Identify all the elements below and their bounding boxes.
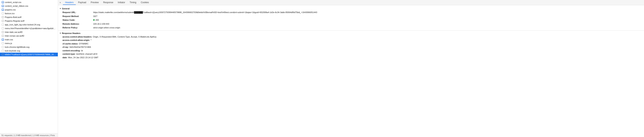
file-type-icon: f xyxy=(2,34,4,37)
divider xyxy=(58,30,644,31)
tab-response[interactable]: Response xyxy=(101,0,116,5)
file-type-icon xyxy=(2,23,4,26)
file-type-icon xyxy=(2,49,4,52)
svg-rect-12 xyxy=(2,27,4,29)
header-name: content-encoding: xyxy=(62,49,80,52)
svg-text:f: f xyxy=(2,31,3,33)
response-headers-section-header[interactable]: ▼ Response Headers xyxy=(58,31,644,35)
triangle-icon-2: ▼ xyxy=(60,32,61,34)
response-header-row: content-encoding:br xyxy=(58,49,644,52)
svg-rect-6 xyxy=(2,12,4,14)
tab-preview[interactable]: Preview xyxy=(88,0,101,5)
response-header-row: cf-ray:6d2cf4e63a76571f-MIA xyxy=(58,45,644,49)
file-item[interactable]: lock-keyhole.svg xyxy=(0,49,58,53)
file-item[interactable]: fInter-roman.var.woff2 xyxy=(0,34,58,38)
svg-text:f: f xyxy=(2,20,3,22)
file-name-text: Inter-roman.var.woff2 xyxy=(5,35,24,37)
file-name-text: Poppins-Regular.woff xyxy=(5,20,24,22)
file-item[interactable]: fPoppins-Regular.woff xyxy=(0,19,58,23)
file-type-icon: css xyxy=(2,1,4,3)
file-type-icon xyxy=(2,12,4,15)
file-list: csscontent_script.csscsscontent_script_r… xyxy=(0,0,58,133)
field-row: Referrer Policy:strict-origin-when-cross… xyxy=(58,26,644,30)
file-item[interactable]: app_icon_light_bg-color-locked-24.svg xyxy=(0,23,58,26)
file-item[interactable]: menu.js xyxy=(0,41,58,45)
field-row: Remote Address:104.18.2.159:443 xyxy=(58,22,644,26)
response-header-row: cf-cache-status:DYNAMIC xyxy=(58,42,644,46)
response-header-row: access-control-allow-headers:Origin, X-R… xyxy=(58,35,644,39)
triangle-icon: ▼ xyxy=(60,8,61,9)
header-name: access-control-allow-headers: xyxy=(62,35,92,38)
svg-text:f: f xyxy=(2,17,3,18)
response-headers-label: Response Headers xyxy=(62,32,80,34)
tab-bar: × HeadersPayloadPreviewResponseInitiator… xyxy=(58,0,644,5)
tab-timing[interactable]: Timing xyxy=(128,0,139,5)
field-value: GET xyxy=(93,15,98,18)
right-panel: × HeadersPayloadPreviewResponseInitiator… xyxy=(58,0,644,137)
field-value: 200 xyxy=(93,18,99,22)
svg-text:css: css xyxy=(2,39,4,40)
svg-text:css: css xyxy=(2,9,4,10)
status-bar-text: 51 requests | 1.3 MB transferred | 1.9 M… xyxy=(2,134,55,137)
file-item[interactable]: k6k8n7?callback=jQuery183072793994405798… xyxy=(0,53,58,56)
field-name: Request URL: xyxy=(62,11,92,14)
svg-rect-21 xyxy=(2,50,4,52)
header-name: cf-ray: xyxy=(62,46,69,49)
file-name-text: content_script_ribbon.css xyxy=(5,5,28,7)
header-value: 6d2cf4e63a76571f-MIA xyxy=(70,46,91,49)
file-type-icon: css xyxy=(2,5,4,7)
general-section-header[interactable]: ▼ General xyxy=(58,7,644,10)
file-name-text: lock-keyhole.svg xyxy=(5,50,20,52)
file-item[interactable]: fPoppins-Bold.woff xyxy=(0,15,58,19)
status-bar: 51 requests | 1.3 MB transferred | 1.9 M… xyxy=(0,133,58,137)
field-row: Status Code:200 xyxy=(58,18,644,22)
file-type-icon: f xyxy=(2,16,4,18)
file-name-text: poppins.css xyxy=(5,8,16,11)
file-item[interactable]: favicon.ico xyxy=(0,11,58,15)
field-value: 104.18.2.159:443 xyxy=(93,22,109,25)
status-dot xyxy=(93,19,95,21)
file-name-text: content_script.css xyxy=(5,1,21,3)
header-value: text/html; charset=utf-8 xyxy=(76,52,97,56)
field-name: Remote Address: xyxy=(62,22,92,25)
field-row: Request URL:https://static.mailerlite.co… xyxy=(58,10,644,14)
header-name: access-control-allow-origin: xyxy=(62,39,90,42)
file-type-icon: css xyxy=(2,8,4,11)
content-area: ▼ General Request URL:https://static.mai… xyxy=(58,5,644,137)
tab-headers[interactable]: Headers xyxy=(63,0,76,5)
file-type-icon xyxy=(2,27,4,30)
file-item[interactable]: cssmain.css xyxy=(0,38,58,41)
header-value: * xyxy=(91,39,92,42)
file-item[interactable]: csscontent_script_ribbon.css xyxy=(0,4,58,8)
file-name-text: Poppins-Bold.woff xyxy=(5,16,21,18)
tab-cookies[interactable]: Cookies xyxy=(138,0,151,5)
file-item[interactable]: csspoppins.css xyxy=(0,8,58,11)
file-type-icon xyxy=(2,42,4,45)
file-type-icon xyxy=(2,53,4,56)
field-name: Request Method: xyxy=(62,15,92,18)
header-name: date: xyxy=(62,56,67,59)
file-name-text: menu.js xyxy=(5,42,12,44)
field-value: strict-origin-when-cross-origin xyxy=(93,26,120,29)
header-value: Mon, 24 Jan 2022 23:14:12 GMT xyxy=(68,56,98,59)
svg-rect-20 xyxy=(2,46,4,48)
tab-initiator[interactable]: Initiator xyxy=(116,0,127,5)
file-name-text: favicon.ico xyxy=(5,12,14,14)
svg-text:css: css xyxy=(2,5,4,7)
svg-text:css: css xyxy=(2,2,4,3)
svg-text:f: f xyxy=(2,35,3,37)
close-button[interactable]: × xyxy=(59,1,62,4)
tab-payload[interactable]: Payload xyxy=(76,0,88,5)
file-item[interactable]: csscontent_script.css xyxy=(0,0,58,4)
header-value: Origin, X-Requested-With, Content-Type, … xyxy=(93,35,156,38)
general-fields: Request URL:https://static.mailerlite.co… xyxy=(58,10,644,30)
file-item[interactable]: lock-chrome-lightMode.svg xyxy=(0,45,58,49)
response-header-row: access-control-allow-origin:* xyxy=(58,38,644,42)
left-panel: csscontent_script.csscsscontent_script_r… xyxy=(0,0,58,137)
svg-rect-22 xyxy=(2,54,4,55)
svg-rect-11 xyxy=(2,24,4,25)
file-item[interactable]: menu.html?frameIdentifier=rj1qnd&token=a… xyxy=(0,26,58,30)
general-label: General xyxy=(62,7,70,10)
file-item[interactable]: fInter-italic.var.woff2 xyxy=(0,30,58,34)
file-name-text: Inter-italic.var.woff2 xyxy=(5,31,23,33)
